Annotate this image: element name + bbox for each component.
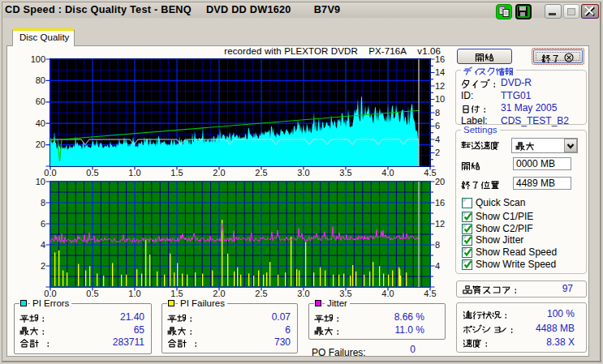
svg-text:1.5: 1.5 xyxy=(170,168,183,178)
svg-text:3.5: 3.5 xyxy=(339,168,351,178)
svg-text:1.5: 1.5 xyxy=(170,289,183,298)
svg-text:2: 2 xyxy=(435,148,440,157)
svg-text:16: 16 xyxy=(435,54,445,64)
svg-text:6: 6 xyxy=(435,121,440,131)
svg-text:8: 8 xyxy=(435,240,440,250)
svg-text:10: 10 xyxy=(36,177,45,186)
svg-text:80: 80 xyxy=(36,75,45,85)
svg-text:20: 20 xyxy=(36,139,45,149)
svg-text:3.0: 3.0 xyxy=(297,289,309,298)
svg-text:8: 8 xyxy=(435,108,440,118)
svg-text:14: 14 xyxy=(435,67,445,77)
svg-text:4: 4 xyxy=(435,135,440,144)
svg-text:4.5: 4.5 xyxy=(424,289,436,298)
svg-text:16: 16 xyxy=(435,198,445,208)
svg-text:3.5: 3.5 xyxy=(339,289,351,298)
svg-text:60: 60 xyxy=(36,96,45,106)
svg-text:8: 8 xyxy=(41,198,45,208)
svg-text:100: 100 xyxy=(31,54,45,64)
svg-text:4.0: 4.0 xyxy=(381,168,394,178)
svg-text:2: 2 xyxy=(41,261,45,271)
svg-text:0.5: 0.5 xyxy=(86,289,98,298)
svg-text:20: 20 xyxy=(435,177,445,186)
svg-text:40: 40 xyxy=(36,118,45,128)
svg-text:0.0: 0.0 xyxy=(44,168,56,178)
svg-text:2.5: 2.5 xyxy=(255,289,267,298)
svg-text:1.0: 1.0 xyxy=(128,289,140,298)
svg-text:4: 4 xyxy=(41,240,45,250)
svg-text:12: 12 xyxy=(435,81,445,91)
svg-text:12: 12 xyxy=(435,219,445,229)
svg-text:2.0: 2.0 xyxy=(213,289,225,298)
svg-text:10: 10 xyxy=(435,94,445,104)
svg-text:3.0: 3.0 xyxy=(297,168,309,178)
svg-text:1.0: 1.0 xyxy=(128,168,140,178)
svg-text:4.0: 4.0 xyxy=(381,289,394,298)
svg-text:2.0: 2.0 xyxy=(213,168,225,178)
svg-text:0.0: 0.0 xyxy=(44,289,56,298)
svg-text:4: 4 xyxy=(435,261,440,271)
svg-text:2.5: 2.5 xyxy=(255,168,267,178)
svg-text:6: 6 xyxy=(41,219,45,229)
svg-text:0.5: 0.5 xyxy=(86,168,98,178)
